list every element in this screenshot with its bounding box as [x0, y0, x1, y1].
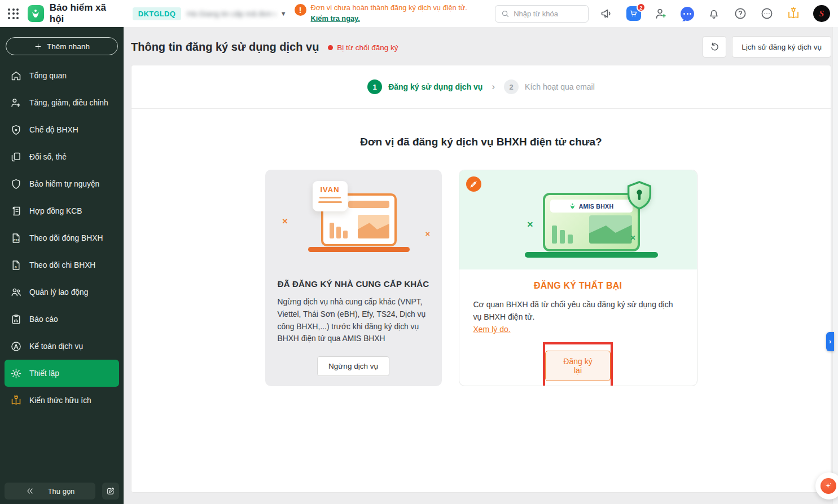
home-icon: [10, 70, 22, 82]
org-code-badge: DKTGLDQ: [133, 7, 181, 20]
sidebar-item-ke-toan-dich-vu[interactable]: Kế toán dịch vụ: [5, 333, 119, 360]
drawer-expand-tab[interactable]: ›: [826, 332, 834, 351]
apps-grid-icon[interactable]: [8, 8, 19, 19]
left-card-title: ĐÃ ĐĂNG KÝ NHÀ CUNG CẤP KHÁC: [265, 279, 442, 289]
sidebar-item-bao-hiem-tu-nguyen[interactable]: Bảo hiểm tự nguyện: [5, 170, 119, 197]
knowledge-idea-icon[interactable]: [787, 7, 800, 20]
step-separator-icon: ›: [492, 81, 495, 92]
sidebar-item-theo-doi-dong-bhxh[interactable]: C12 Theo dõi đóng BHXH: [5, 224, 119, 251]
content-panel: 1 Đăng ký sử dụng dịch vụ › 2 Kích hoạt …: [131, 65, 831, 493]
left-card-description: Ngừng dịch vụ nhà cung cấp khác (VNPT, V…: [265, 296, 442, 345]
org-name: Hà Giang tin cấp mã đơn vị: [187, 10, 275, 18]
sidebar-item-tang-giam-dieu-chinh[interactable]: Tăng, giảm, điều chỉnh: [5, 89, 119, 116]
decor-x-icon: ✕: [282, 217, 288, 226]
main-question: Đơn vị đã đăng ký dịch vụ BHXH điện tử c…: [131, 136, 831, 148]
knowledge-icon: [10, 395, 22, 406]
people-icon: [10, 286, 22, 298]
doc-c12-icon: C12: [10, 232, 22, 244]
step-2-label: Kích hoạt qua email: [525, 82, 595, 91]
shield-heart-icon: [10, 124, 22, 136]
ivan-badge: IVAN: [313, 181, 348, 211]
user-arrow-icon: [10, 97, 22, 109]
search-input[interactable]: [514, 10, 576, 18]
sidebar-item-label: Quản lý lao động: [29, 288, 88, 297]
edit-menu-button[interactable]: [102, 483, 119, 499]
user-avatar[interactable]: S: [813, 5, 830, 22]
quick-add-button[interactable]: Thêm nhanh: [6, 37, 118, 55]
sidebar-item-thiet-lap[interactable]: Thiết lập: [5, 360, 119, 387]
svg-text:6: 6: [15, 264, 17, 268]
history-button[interactable]: Lịch sử đăng ký dịch vụ: [732, 36, 831, 58]
app-title: Bảo hiểm xã hội: [50, 2, 120, 25]
add-user-icon[interactable]: [654, 7, 668, 20]
sidebar-item-label: Tăng, giảm, điều chỉnh: [29, 99, 108, 107]
warning-check-link[interactable]: Kiểm tra ngay.: [311, 14, 360, 23]
scrollbar-track[interactable]: [832, 27, 838, 504]
right-card-description: Cơ quan BHXH đã từ chối yêu cầu đăng ký …: [459, 298, 697, 323]
cart-icon[interactable]: 2: [626, 6, 641, 21]
step-1[interactable]: 1 Đăng ký sử dụng dịch vụ: [367, 79, 482, 94]
sidebar-item-che-do-bhxh[interactable]: Chế độ BHXH: [5, 116, 119, 143]
refresh-icon: [709, 42, 720, 52]
warning-icon: !: [295, 4, 306, 16]
sidebar-item-doi-so-the[interactable]: Đổi sổ, thẻ: [5, 143, 119, 170]
help-icon[interactable]: [734, 7, 747, 20]
quick-add-label: Thêm nhanh: [47, 42, 90, 51]
sidebar-item-label: Đổi sổ, thẻ: [29, 153, 67, 161]
sidebar-item-label: Kiến thức hữu ích: [29, 396, 91, 405]
step-1-number: 1: [367, 79, 382, 94]
ai-assistant-button[interactable]: [821, 478, 836, 494]
sidebar-item-theo-doi-chi-bhxh[interactable]: 6 Theo dõi chi BHXH: [5, 251, 119, 278]
sidebar-item-label: Thiết lập: [29, 369, 59, 378]
cart-badge: 2: [637, 3, 646, 12]
top-header: Bảo hiểm xã hội DKTGLDQ Hà Giang tin cấp…: [0, 0, 838, 27]
ivan-illustration: IVAN ✕ ✕: [265, 170, 442, 267]
amis-bhxh-badge: AMIS BHXH: [550, 200, 633, 213]
edit-pencil-icon: [106, 487, 115, 496]
megaphone-icon[interactable]: [600, 7, 613, 20]
decor-x-icon: ✕: [527, 220, 534, 229]
sidebar-item-label: Bảo hiểm tự nguyện: [29, 180, 99, 188]
card-other-provider: IVAN ✕ ✕ ĐÃ ĐĂNG KÝ NHÀ CUNG CẤP KHÁC Ng…: [265, 170, 442, 386]
decor-x-icon: ✕: [630, 234, 636, 242]
main-area: Thông tin đăng ký sử dụng dịch vụ Bị từ …: [124, 27, 838, 504]
contract-icon: [10, 205, 22, 217]
view-reason-link[interactable]: Xem lý do.: [473, 325, 511, 334]
sidebar-item-bao-cao[interactable]: Báo cáo: [5, 306, 119, 333]
sidebar-item-kien-thuc-huu-ich[interactable]: Kiến thức hữu ích: [5, 387, 119, 414]
doc-6-icon: 6: [10, 259, 22, 271]
sidebar-nav: Tổng quan Tăng, giảm, điều chỉnh Chế độ …: [0, 62, 124, 414]
collapse-label: Thu gọn: [48, 487, 75, 496]
sidebar-item-label: Chế độ BHXH: [29, 126, 78, 134]
more-options-icon[interactable]: [760, 7, 774, 20]
step-2-number: 2: [504, 79, 519, 94]
copy-icon: [10, 151, 22, 163]
sidebar-item-tong-quan[interactable]: Tổng quan: [5, 62, 119, 89]
sidebar-item-label: Báo cáo: [29, 315, 58, 324]
page-title: Thông tin đăng ký sử dụng dịch vụ: [131, 41, 319, 54]
plus-icon: [34, 42, 42, 51]
org-chevron-down-icon[interactable]: ▼: [280, 10, 287, 17]
global-search[interactable]: [495, 5, 589, 23]
stop-service-button[interactable]: Ngừng dịch vụ: [317, 356, 389, 376]
sidebar-item-quan-ly-lao-dong[interactable]: Quản lý lao động: [5, 278, 119, 306]
refresh-button[interactable]: [703, 36, 726, 58]
accounting-icon: [10, 341, 22, 352]
registration-denied-icon: [466, 176, 481, 192]
warning-banner: ! Đơn vị chưa hoàn thành đăng ký dịch vụ…: [295, 3, 485, 24]
retry-register-button[interactable]: Đăng ký lại: [545, 351, 611, 381]
notifications-bell-icon[interactable]: [707, 7, 721, 20]
search-icon: [501, 10, 510, 18]
sidebar-item-label: Tổng quan: [29, 72, 67, 80]
ivan-label: IVAN: [318, 185, 342, 194]
chat-icon[interactable]: [681, 7, 694, 20]
sidebar-item-hop-dong-kcb[interactable]: Hợp đồng KCB: [5, 197, 119, 224]
sidebar-item-label: Hợp đồng KCB: [29, 207, 82, 215]
annotation-highlight-box: Đăng ký lại: [543, 342, 613, 386]
report-icon: [10, 313, 22, 325]
decor-x-icon: ✕: [425, 231, 430, 238]
collapse-sidebar-button[interactable]: Thu gọn: [5, 483, 95, 499]
warning-text: Đơn vị chưa hoàn thành đăng ký dịch vụ đ…: [311, 3, 485, 24]
step-2[interactable]: 2 Kích hoạt qua email: [504, 79, 595, 94]
double-chevron-left-icon: [25, 487, 34, 496]
